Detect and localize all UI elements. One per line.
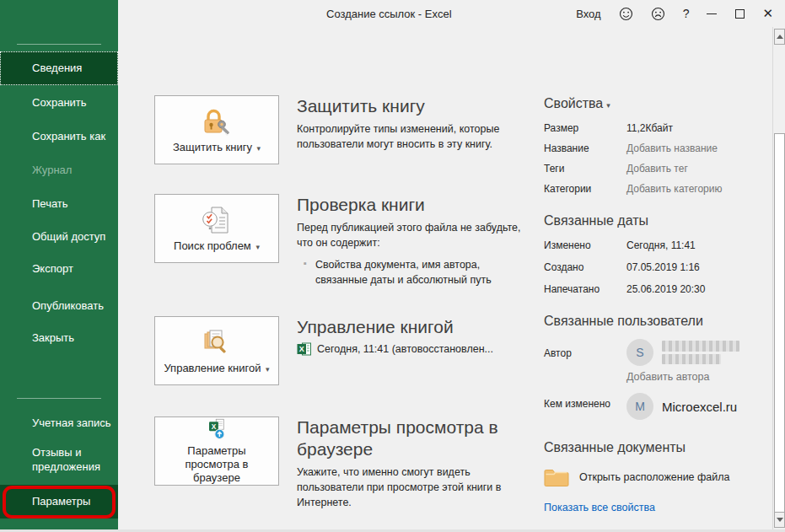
open-file-location-button[interactable]: Открыть расположение файла: [544, 467, 765, 486]
check-for-issues-button[interactable]: Поиск проблем ▾: [154, 194, 279, 263]
scroll-down-button[interactable]: [774, 512, 785, 528]
date-printed-value: 25.06.2019 20:30: [626, 283, 765, 296]
manage-workbook-button[interactable]: Управление книгой ▾: [154, 316, 279, 385]
button-label: Защитить книгу ▾: [168, 141, 266, 155]
sidebar-item-save[interactable]: Сохранить: [0, 86, 118, 120]
section-description: Контролируйте типы изменений, которые по…: [297, 121, 523, 152]
modifier-avatar: M: [626, 393, 653, 420]
prop-label: Категории: [544, 183, 626, 196]
add-tag-field[interactable]: Добавить тег: [626, 163, 765, 175]
section-description: Перед публикацией этого файла не забудьт…: [297, 220, 523, 250]
manage-workbook-text: Управление книгой X Сегодня, 11:41 (авто…: [297, 316, 550, 385]
maximize-button[interactable]: [734, 8, 745, 19]
related-dates-header: Связанные даты: [544, 213, 648, 228]
browser-view-icon: X: [198, 417, 235, 443]
bullet-icon: ▪: [304, 258, 307, 287]
dropdown-caret-icon: ▾: [266, 365, 270, 373]
sidebar-item-feedback[interactable]: Отзывы и предложения: [0, 439, 118, 483]
sidebar-item-share[interactable]: Общий доступ: [0, 220, 118, 254]
browser-view-section: X Параметры просмотра в браузере Парамет…: [154, 416, 550, 510]
scrollbar-thumb[interactable]: [774, 133, 785, 514]
sidebar-item-save-as[interactable]: Сохранить как: [0, 120, 118, 153]
minimize-button[interactable]: [707, 8, 717, 19]
section-heading: Защитить книгу: [297, 95, 550, 117]
inspect-workbook-text: Проверка книги Перед публикацией этого ф…: [297, 194, 550, 287]
add-author-field[interactable]: Добавить автора: [626, 371, 765, 383]
sidebar-item-publish[interactable]: Опубликовать: [0, 289, 118, 323]
dropdown-caret-icon: ▾: [257, 144, 261, 153]
sidebar-item-history: Журнал: [0, 153, 118, 187]
smiley-happy-icon[interactable]: [619, 7, 633, 21]
related-people-header: Связанные пользователи: [544, 314, 703, 328]
properties-section: Свойства▾ Размер 11,2Кбайт Название Доба…: [544, 96, 765, 196]
window-title: Создание ссылок - Excel: [326, 8, 452, 20]
bullet-item: ▪ Свойства документа, имя автора, связан…: [297, 257, 523, 287]
browser-view-text: Параметры просмотра в браузере Укажите, …: [297, 416, 550, 510]
autorecover-version-item[interactable]: X Сегодня, 11:41 (автовосстановлен...: [297, 342, 550, 356]
titlebar-controls: Вход ? ✕: [576, 0, 773, 27]
modified-by-label: Кем изменено: [544, 388, 626, 420]
related-people-section: Связанные пользователи Автор S Добавить …: [544, 314, 765, 420]
modifier-row[interactable]: M Microexcel.ru: [626, 393, 765, 420]
protect-workbook-button[interactable]: Защитить книгу ▾: [154, 95, 279, 164]
sidebar-item-options[interactable]: Параметры: [0, 485, 118, 519]
add-title-field[interactable]: Добавить название: [626, 142, 765, 155]
sidebar-item-close[interactable]: Закрыть: [0, 321, 118, 355]
sidebar-divider: [17, 398, 101, 399]
svg-text:X: X: [212, 423, 217, 431]
properties-header[interactable]: Свойства: [544, 96, 603, 110]
sign-in-button[interactable]: Вход: [576, 8, 600, 20]
show-all-properties-link[interactable]: Показать все свойства: [544, 502, 655, 513]
section-heading: Параметры просмотра в браузере: [297, 416, 550, 460]
sidebar-item-info[interactable]: Сведения: [0, 51, 118, 85]
prop-label: Теги: [544, 163, 626, 175]
modifier-name: Microexcel.ru: [662, 400, 737, 414]
button-label: Параметры просмотра в браузере: [155, 444, 278, 485]
date-label: Напечатано: [544, 283, 626, 296]
section-description: Укажите, что именно смогут видеть пользо…: [297, 465, 523, 510]
prop-label: Размер: [544, 122, 626, 135]
svg-text:X: X: [299, 345, 304, 353]
excel-backstage-window: Создание ссылок - Excel Вход ? ✕ Св: [0, 0, 785, 532]
dropdown-caret-icon: ▾: [606, 101, 610, 110]
inspect-workbook-section: Поиск проблем ▾ Проверка книги Перед пуб…: [154, 194, 550, 287]
related-dates-section: Связанные даты Изменено Сегодня, 11:41 С…: [544, 213, 765, 296]
info-page: Защитить книгу ▾ Защитить книгу Контроли…: [118, 27, 772, 529]
dropdown-caret-icon: ▾: [255, 243, 260, 251]
excel-file-icon: X: [297, 342, 312, 356]
manage-workbook-section: Управление книгой ▾ Управление книгой X …: [154, 316, 550, 385]
inspect-document-icon: [198, 204, 235, 238]
help-icon[interactable]: ?: [683, 7, 690, 20]
lock-key-icon: [198, 105, 235, 139]
button-label: Управление книгой ▾: [159, 362, 274, 376]
sidebar-divider: [17, 44, 101, 45]
author-row[interactable]: S: [626, 339, 765, 366]
prop-value-size: 11,2Кбайт: [626, 122, 765, 135]
section-heading: Проверка книги: [297, 194, 550, 216]
author-name-redacted: [662, 341, 739, 364]
section-heading: Управление книгой: [297, 316, 550, 338]
manage-workbook-icon: [198, 326, 235, 360]
sidebar-item-account[interactable]: Учетная запись: [0, 406, 118, 440]
protect-workbook-section: Защитить книгу ▾ Защитить книгу Контроли…: [154, 95, 550, 164]
close-button[interactable]: ✕: [762, 8, 773, 19]
add-category-field[interactable]: Добавить категорию: [626, 183, 765, 196]
related-documents-header: Связанные документы: [544, 440, 686, 454]
date-modified-value: Сегодня, 11:41: [626, 239, 765, 252]
scroll-up-button[interactable]: [774, 29, 785, 45]
author-avatar: S: [626, 339, 653, 366]
vertical-scrollbar: [772, 27, 785, 529]
protect-workbook-text: Защитить книгу Контролируйте типы измене…: [297, 95, 550, 164]
date-label: Создано: [544, 261, 626, 274]
browser-view-options-button[interactable]: X Параметры просмотра в браузере: [154, 416, 279, 486]
folder-icon: [544, 467, 569, 486]
related-documents-section: Связанные документы Открыть расположение…: [544, 440, 765, 514]
backstage-sidebar: Сведения Сохранить Сохранить как Журнал …: [0, 0, 118, 529]
smiley-sad-icon[interactable]: [651, 7, 665, 21]
sidebar-item-export[interactable]: Экспорт: [0, 252, 118, 286]
button-label: Поиск проблем ▾: [169, 239, 265, 254]
title-bar: Создание ссылок - Excel Вход ? ✕: [118, 0, 785, 27]
author-label: Автор: [544, 339, 626, 366]
sidebar-item-print[interactable]: Печать: [0, 187, 118, 221]
prop-label: Название: [544, 142, 626, 155]
